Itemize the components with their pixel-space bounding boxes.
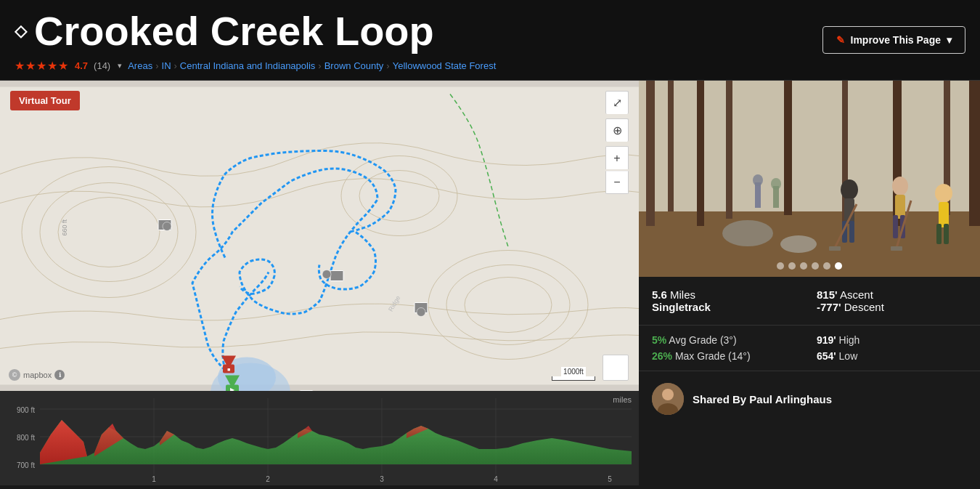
avg-grade-label: Avg Grade (3°) [669,334,736,346]
carousel-dot-1[interactable] [777,262,784,270]
svg-rect-64 [936,224,942,244]
svg-text:5: 5 [608,475,612,483]
svg-rect-46 [726,81,732,219]
svg-text:900 ft: 900 ft [17,406,35,414]
breadcrumb-central-indiana[interactable]: Central Indiana and Indianapolis [180,60,315,71]
breadcrumb-areas[interactable]: Areas [128,60,152,71]
title-area: ◇ Crooked Creek Loop ★★★★★ 4.7 (14) ▾ Ar… [15,7,496,73]
svg-rect-44 [668,81,674,211]
breadcrumb-in[interactable]: IN [162,60,171,71]
svg-rect-19 [330,271,343,281]
descent-value: -777' Descent [817,301,967,313]
carousel-dot-6[interactable] [835,262,842,270]
distance-value: 5.6 Miles [652,288,802,301]
compass-button[interactable]: ⊕ [605,118,629,142]
svg-text:■: ■ [227,367,230,372]
carousel-dot-5[interactable] [823,262,830,270]
svg-point-62 [935,184,952,203]
carousel-dots [777,262,842,270]
rating-row: ★★★★★ 4.7 (14) ▾ Areas › IN › Central In… [15,59,496,73]
rating-count: (14) [94,60,110,71]
edit-icon: ✎ [836,34,845,46]
avatar-image [652,383,684,415]
main-content: Virtual Tour ⤢ ⊕ + − ⊞ 1000ft © mapbox ℹ [0,81,980,485]
svg-text:1: 1 [152,475,156,483]
elevation-panel: miles 900 ft 800 ft 700 ft [0,391,639,485]
trail-photo [639,81,980,277]
svg-point-25 [163,222,171,231]
right-panel: 5.6 Miles Singletrack 815' Ascent -777' … [639,81,980,485]
trail-title: ◇ Crooked Creek Loop [15,7,496,54]
avatar [652,383,684,415]
scale-bar: 1000ft [552,367,595,381]
svg-point-24 [417,308,425,317]
map-controls: ⤢ ⊕ + − [605,91,629,194]
trail-type-value: Singletrack [652,301,802,313]
shared-by: Shared By Paul Arlinghaus [639,371,980,427]
avg-grade-pct: 5% [652,334,666,346]
mapbox-text: mapbox [23,371,52,379]
diamond-icon: ◇ [15,22,27,41]
high-value: 919' [817,334,836,346]
svg-rect-51 [969,81,980,226]
distance-stat: 5.6 Miles Singletrack [652,288,802,313]
scale-bar-line [552,376,595,381]
svg-text:700 ft: 700 ft [17,461,35,469]
breadcrumb: Areas › IN › Central Indiana and Indiana… [128,60,496,71]
svg-rect-43 [646,81,655,226]
carousel-dot-2[interactable] [788,262,796,270]
svg-rect-60 [893,215,898,238]
svg-point-23 [322,270,331,279]
chevron-down-icon: ▾ [947,34,952,46]
info-icon[interactable]: ℹ [54,370,65,380]
svg-point-54 [841,179,858,200]
breadcrumb-brown-county[interactable]: Brown County [324,60,384,71]
left-panel: Virtual Tour ⤢ ⊕ + − ⊞ 1000ft © mapbox ℹ [0,81,639,485]
svg-rect-57 [849,221,854,243]
low-label: Low [839,350,858,362]
svg-point-52 [722,220,773,246]
svg-rect-65 [944,224,949,244]
svg-point-75 [662,389,674,400]
virtual-tour-badge[interactable]: Virtual Tour [10,91,80,110]
svg-text:660 ft: 660 ft [61,219,68,235]
mapbox-circle-icon: © [9,369,20,381]
fullscreen-button[interactable]: ⤢ [605,91,629,114]
low-stat: 654' Low [817,350,967,362]
svg-text:3: 3 [380,475,384,483]
scale-label: 1000ft [561,367,586,376]
elevation-chart: 900 ft 800 ft 700 ft [0,391,639,485]
carousel-dot-4[interactable] [812,262,819,270]
shared-by-text: Shared By Paul Arlinghaus [693,393,832,405]
svg-rect-45 [697,81,704,226]
high-label: High [839,334,860,346]
svg-rect-69 [891,246,902,251]
svg-point-71 [753,174,763,186]
elevation-miles-label: miles [613,395,632,404]
improve-page-button[interactable]: ✎ Improve This Page ▾ [822,26,965,54]
svg-rect-47 [784,81,792,215]
carousel-dot-3[interactable] [800,262,807,270]
breadcrumb-yellowwood[interactable]: Yellowwood State Forest [393,60,497,71]
svg-text:4: 4 [494,475,498,483]
page-title: Crooked Creek Loop [34,7,434,54]
svg-point-73 [771,178,781,190]
layer-toggle-button[interactable]: ⊞ [603,355,629,381]
mapbox-attribution: © mapbox ℹ [9,369,65,381]
svg-point-53 [780,235,817,253]
svg-text:800 ft: 800 ft [17,434,35,442]
zoom-in-button[interactable]: + [605,146,629,169]
trail-photo-svg [639,81,980,277]
ascent-value: 815' Ascent [817,288,967,301]
chevron-down-icon[interactable]: ▾ [118,61,122,70]
map-container: Virtual Tour ⤢ ⊕ + − ⊞ 1000ft © mapbox ℹ [0,81,639,391]
svg-rect-70 [755,182,761,208]
star-rating: ★★★★★ [15,59,69,73]
zoom-out-button[interactable]: − [605,171,629,194]
svg-rect-67 [829,246,841,251]
max-grade-pct: 26% [652,350,672,362]
svg-rect-63 [939,202,949,227]
top-bar: ◇ Crooked Creek Loop ★★★★★ 4.7 (14) ▾ Ar… [0,0,980,81]
svg-point-58 [892,177,908,195]
trail-map: 660 ft Ridge ■ [0,81,639,391]
